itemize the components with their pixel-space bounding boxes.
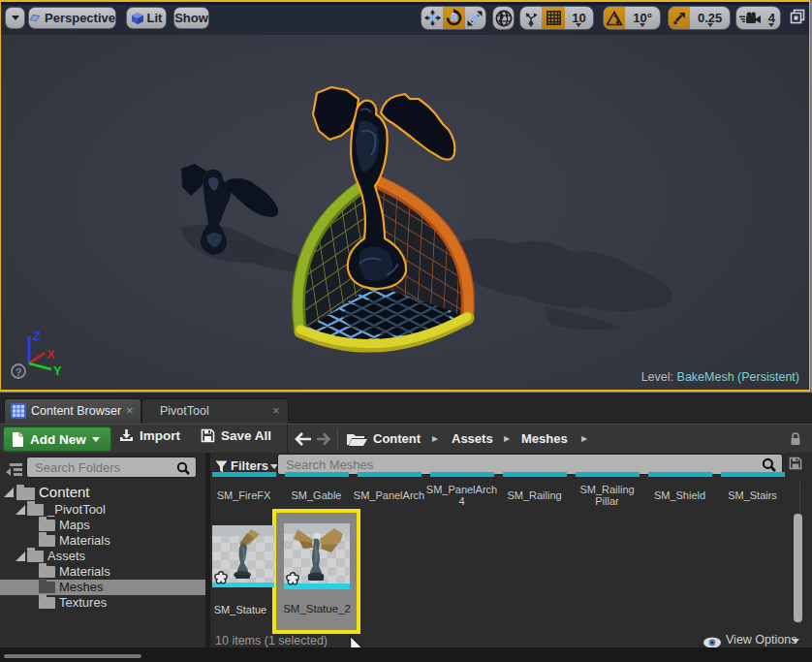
svg-text:Level:: Level: [641,370,673,384]
svg-text:BakeMesh (Persistent): BakeMesh (Persistent) [677,370,799,384]
svg-text:Z: Z [33,329,41,343]
svg-text:X: X [47,347,55,362]
svg-text:Y: Y [53,363,62,378]
svg-text:?: ? [16,366,22,378]
